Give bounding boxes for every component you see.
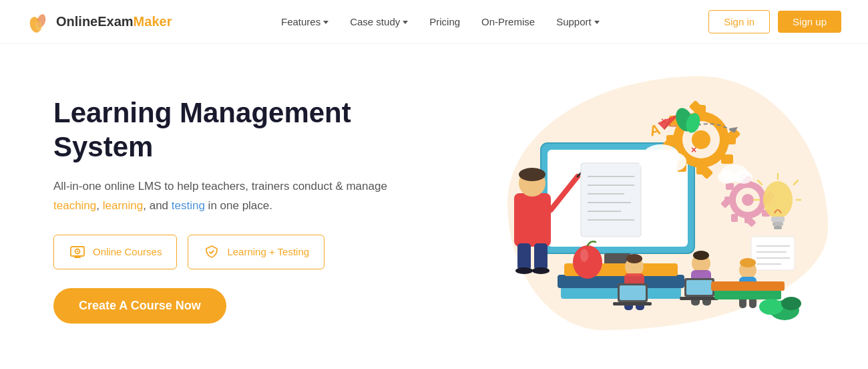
svg-rect-15	[517, 243, 531, 270]
svg-rect-10	[514, 193, 551, 247]
svg-rect-60	[774, 226, 782, 229]
svg-point-93	[740, 258, 756, 267]
nav-link-support[interactable]: Support	[556, 16, 600, 27]
logo[interactable]: OnlineExamMaker	[27, 10, 172, 34]
svg-point-85	[693, 251, 709, 260]
svg-point-105	[662, 152, 686, 171]
svg-rect-55	[726, 183, 734, 190]
nav-link-pricing[interactable]: Pricing	[429, 16, 460, 27]
tab-online-courses-label: Online Courses	[93, 246, 162, 257]
svg-rect-91	[680, 297, 718, 300]
svg-point-75	[580, 249, 588, 262]
svg-rect-90	[686, 280, 712, 295]
svg-point-12	[519, 168, 546, 181]
svg-rect-83	[613, 302, 652, 305]
chevron-down-icon	[323, 21, 329, 24]
svg-point-101	[781, 297, 801, 310]
svg-rect-82	[620, 285, 646, 300]
nav-item-casestudy[interactable]: Case study	[350, 16, 408, 28]
nav-link-features[interactable]: Features	[281, 16, 329, 27]
tab-buttons: Online Courses Learning + Testing	[53, 235, 427, 269]
nav-item-support[interactable]: Support	[556, 16, 600, 28]
svg-line-63	[758, 180, 762, 184]
svg-text:×: ×	[691, 144, 696, 155]
hero-section: Learning Management System All-in-one on…	[0, 44, 868, 369]
illustration-svg: A B C	[454, 76, 801, 344]
nav-actions: Sign in Sign up	[708, 10, 841, 33]
svg-rect-59	[773, 222, 783, 226]
svg-rect-53	[731, 214, 738, 222]
highlight-testing: testing	[172, 199, 205, 212]
svg-point-74	[573, 245, 602, 279]
svg-rect-37	[721, 154, 733, 164]
learning-testing-icon	[203, 243, 220, 261]
svg-point-108	[735, 170, 752, 184]
create-course-button[interactable]: Create A Course Now	[53, 288, 226, 324]
tab-learning-testing[interactable]: Learning + Testing	[188, 235, 324, 269]
signup-button[interactable]: Sign up	[778, 11, 841, 33]
highlight-learning: learning	[103, 199, 144, 212]
nav-item-onpremise[interactable]: On-Premise	[481, 16, 535, 28]
svg-rect-98	[711, 281, 785, 291]
svg-point-45	[742, 194, 754, 206]
chevron-down-icon	[594, 21, 600, 24]
svg-rect-58	[771, 217, 785, 222]
svg-rect-97	[714, 290, 781, 299]
svg-point-57	[763, 181, 793, 219]
svg-text:×: ×	[661, 116, 666, 126]
hero-left: Learning Management System All-in-one on…	[53, 96, 427, 324]
nav-item-features[interactable]: Features	[281, 16, 329, 28]
logo-text: OnlineExamMaker	[56, 14, 172, 29]
svg-line-62	[794, 180, 798, 184]
nav-link-casestudy[interactable]: Case study	[350, 16, 408, 27]
highlight-teaching: teaching	[53, 199, 96, 212]
desc-text-1: All-in-one online LMS to help teachers, …	[53, 180, 387, 193]
sep1: ,	[96, 199, 102, 212]
logo-icon	[27, 10, 51, 34]
tab-online-courses[interactable]: Online Courses	[53, 235, 177, 269]
tab-learning-testing-label: Learning + Testing	[227, 246, 309, 257]
nav-item-pricing[interactable]: Pricing	[429, 16, 460, 28]
hero-description: All-in-one online LMS to help teachers, …	[53, 177, 427, 216]
svg-point-17	[515, 267, 533, 274]
svg-rect-19	[581, 163, 641, 237]
svg-point-104	[639, 152, 663, 171]
svg-point-77	[626, 254, 642, 263]
desc-text-2: in one place.	[205, 199, 272, 212]
hero-illustration: A B C	[427, 70, 828, 350]
hero-title: Learning Management System	[53, 96, 427, 164]
nav-link-onpremise[interactable]: On-Premise	[481, 16, 535, 27]
online-courses-icon	[69, 243, 86, 261]
sep2: , and	[143, 199, 172, 212]
svg-point-18	[532, 267, 550, 274]
navbar: OnlineExamMaker Features Case study Pric…	[0, 0, 868, 44]
svg-rect-16	[534, 243, 548, 270]
chevron-down-icon	[403, 21, 408, 24]
svg-point-100	[759, 299, 783, 315]
signin-button[interactable]: Sign in	[708, 10, 770, 33]
nav-links: Features Case study Pricing On-Premise S…	[281, 16, 600, 28]
svg-rect-66	[751, 237, 795, 270]
svg-point-107	[718, 170, 735, 184]
